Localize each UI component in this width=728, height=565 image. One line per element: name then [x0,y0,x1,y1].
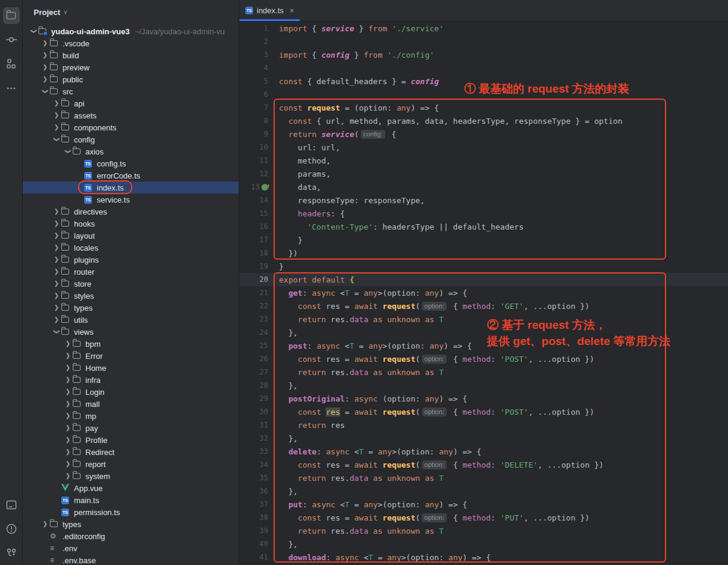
tree-item-errorcode-ts[interactable]: TSerrorCode.ts [23,170,239,182]
structure-icon[interactable] [3,55,20,72]
chevron-collapsed-icon[interactable]: ❯ [63,446,73,458]
project-icon[interactable] [3,7,20,24]
tree-item-mall[interactable]: ❯mall [23,398,239,410]
line-number[interactable]: 40 [239,540,277,548]
line-number[interactable]: 39 [239,527,277,535]
line-number[interactable]: 5 [239,77,277,85]
tree-item-styles[interactable]: ❯styles [23,290,239,302]
tree-item-views[interactable]: ❯views [23,326,239,338]
code-line-7[interactable]: 7const request = (option: any) => { [239,101,728,114]
chevron-collapsed-icon[interactable]: ❯ [63,362,73,374]
line-number[interactable]: 34 [239,460,277,469]
code-line-40[interactable]: 40 }, [239,537,728,551]
code-line-8[interactable]: 8 const { url, method, params, data, hea… [239,114,728,127]
tree-item-system[interactable]: ❯system [23,470,239,482]
line-number[interactable]: 25 [239,341,277,350]
line-number[interactable]: 10 [239,143,277,151]
code-line-5[interactable]: 5const { default_headers } = config [239,75,728,88]
tree-item-profile[interactable]: ❯Profile [23,434,239,446]
tree-item--env[interactable]: ≡.env [23,542,239,554]
code-line-32[interactable]: 32 }, [239,432,728,445]
code-line-38[interactable]: 38 const res = await request(option: { m… [239,511,728,524]
tree-item-types[interactable]: ❯types [23,302,239,314]
chevron-collapsed-icon[interactable]: ❯ [63,458,73,470]
code-line-3[interactable]: 3import { config } from './config' [239,48,728,61]
tree-item-locales[interactable]: ❯locales [23,242,239,254]
code-line-22[interactable]: 22 const res = await request(option: { m… [239,299,728,313]
code-line-25[interactable]: 25 post: async <T = any>(option: any) =>… [239,339,728,352]
more-icon[interactable]: ⋯ [3,79,20,96]
code-line-21[interactable]: 21 get: async <T = any>(option: any) => … [239,286,728,299]
code-line-36[interactable]: 36 }, [239,484,728,498]
line-number[interactable]: 18 [239,249,277,257]
code-line-37[interactable]: 37 put: async <T = any>(option: any) => … [239,498,728,511]
line-number[interactable]: 15 [239,209,277,218]
chevron-collapsed-icon[interactable]: ❯ [63,434,73,446]
chevron-collapsed-icon[interactable]: ❯ [52,242,61,254]
line-number[interactable]: 31 [239,421,277,429]
chevron-collapsed-icon[interactable]: ❯ [63,374,73,386]
code-line-39[interactable]: 39 return res.data as unknown as T [239,524,728,537]
tree-item-api[interactable]: ❯api [23,97,239,109]
line-number[interactable]: 1 [239,24,277,32]
chevron-collapsed-icon[interactable]: ❯ [63,398,73,410]
line-number[interactable]: 33 [239,447,277,456]
line-number[interactable]: 3 [239,50,277,59]
tree-item--vscode[interactable]: ❯.vscode [23,37,239,49]
tree-item-assets[interactable]: ❯assets [23,109,239,121]
line-number[interactable]: 8 [239,117,277,125]
terminal-icon[interactable] [3,496,20,513]
chevron-collapsed-icon[interactable]: ❯ [63,470,73,482]
line-number[interactable]: 28 [239,381,277,389]
project-panel-header[interactable]: Project ˅ [23,0,239,24]
code-line-16[interactable]: 16 'Content-Type': headersType || defaul… [239,220,728,233]
tree-item-yudao-ui-admin-vue3[interactable]: ❯yudao-ui-admin-vue3~/Java/yudao-ui-admi… [23,25,239,37]
code-line-23[interactable]: 23 return res.data as unknown as T [239,313,728,326]
code-line-34[interactable]: 34 const res = await request(option: { m… [239,458,728,471]
code-line-20[interactable]: 20export default { [239,273,728,286]
code-line-14[interactable]: 14 responseType: responseType, [239,194,728,207]
code-line-17[interactable]: 17 } [239,233,728,246]
tree-item-service-ts[interactable]: TSservice.ts [23,194,239,206]
code-line-41[interactable]: 41 download: async <T = any>(option: any… [239,551,728,564]
line-number[interactable]: 17 [239,236,277,244]
code-line-4[interactable]: 4 [239,61,728,75]
chevron-down-icon[interactable]: ˅ [64,9,67,16]
tree-item-login[interactable]: ❯Login [23,386,239,398]
tree-item-report[interactable]: ❯report [23,458,239,470]
chevron-collapsed-icon[interactable]: ❯ [52,109,61,121]
chevron-collapsed-icon[interactable]: ❯ [52,314,61,326]
line-number[interactable]: 29 [239,394,277,403]
code-line-28[interactable]: 28 }, [239,379,728,392]
tree-item-layout[interactable]: ❯layout [23,230,239,242]
code-line-33[interactable]: 33 delete: async <T = any>(option: any) … [239,445,728,458]
code-line-10[interactable]: 10 url: url, [239,141,728,154]
line-number[interactable]: 22 [239,302,277,310]
tree-item-app-vue[interactable]: App.vue [23,482,239,494]
code-line-35[interactable]: 35 return res.data as unknown as T [239,471,728,484]
tree-item-preview[interactable]: ❯preview [23,61,239,73]
line-number[interactable]: 7 [239,103,277,112]
chevron-collapsed-icon[interactable]: ❯ [40,37,50,49]
tree-item-router[interactable]: ❯router [23,266,239,278]
tab-index-ts[interactable]: TS index.ts × [239,0,300,21]
chevron-collapsed-icon[interactable]: ❯ [52,254,61,266]
line-number[interactable]: 41 [239,553,277,561]
tree-item-redirect[interactable]: ❯Redirect [23,446,239,458]
code-line-27[interactable]: 27 return res.data as unknown as T [239,365,728,379]
tree-item-config-ts[interactable]: TSconfig.ts [23,157,239,170]
close-icon[interactable]: × [290,6,295,15]
line-number[interactable]: 30 [239,408,277,416]
code-line-15[interactable]: 15 headers: { [239,207,728,220]
line-number[interactable]: 20 [239,275,277,284]
chevron-collapsed-icon[interactable]: ❯ [52,121,61,133]
code-line-24[interactable]: 24 }, [239,326,728,339]
tree-item-error[interactable]: ❯Error [23,350,239,362]
line-number[interactable]: 14 [239,196,277,204]
chevron-collapsed-icon[interactable]: ❯ [52,97,61,109]
tree-item-main-ts[interactable]: TSmain.ts [23,494,239,506]
line-number[interactable]: 6 [239,90,277,99]
chevron-collapsed-icon[interactable]: ❯ [52,230,61,242]
code-line-31[interactable]: 31 return res [239,418,728,432]
chevron-collapsed-icon[interactable]: ❯ [52,218,61,230]
